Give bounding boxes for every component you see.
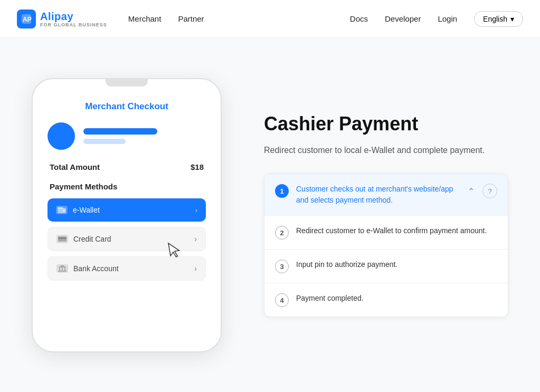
chevron-right-icon: › bbox=[194, 235, 197, 243]
right-content: Cashier Payment Redirect customer to loc… bbox=[264, 113, 508, 318]
nav-links-left: Merchant Partner bbox=[128, 14, 204, 23]
step-4: 4 Payment completed. bbox=[264, 283, 508, 317]
logo-icon: AP bbox=[17, 9, 36, 28]
step-text-4: Payment completed. bbox=[296, 293, 497, 304]
page-title: Cashier Payment bbox=[264, 113, 508, 135]
total-row: Total Amount $18 bbox=[48, 162, 206, 171]
total-label: Total Amount bbox=[50, 162, 100, 171]
bank-label: Bank Account bbox=[73, 264, 119, 273]
nav-login[interactable]: Login bbox=[438, 14, 457, 23]
svg-marker-7 bbox=[58, 265, 67, 267]
collapse-button[interactable]: ⌃ bbox=[463, 184, 478, 198]
language-label: English bbox=[483, 15, 507, 23]
bank-icon bbox=[56, 264, 68, 273]
svg-rect-9 bbox=[62, 267, 63, 271]
step-1-actions: ⌃ ? bbox=[463, 184, 497, 198]
svg-rect-11 bbox=[58, 271, 67, 272]
step-3: 3 Input pin to authorize payment. bbox=[264, 250, 508, 283]
total-amount: $18 bbox=[191, 162, 204, 171]
phone-notch bbox=[106, 79, 148, 87]
step-num-2: 2 bbox=[275, 226, 289, 240]
method-left: Credit Card bbox=[56, 235, 111, 243]
step-num-3: 3 bbox=[275, 260, 289, 273]
payment-method-ewallet[interactable]: e-Wallet › bbox=[48, 198, 206, 222]
step-text-2: Redirect customer to e-Wallet to confirm… bbox=[296, 225, 497, 236]
step-text-3: Input pin to authorize payment. bbox=[296, 259, 497, 270]
method-left: Bank Account bbox=[56, 264, 119, 273]
credit-label: Credit Card bbox=[73, 235, 111, 243]
svg-rect-8 bbox=[59, 267, 60, 271]
step-num-4: 4 bbox=[275, 293, 289, 307]
step-1: 1 Customer checks out at merchant's webs… bbox=[264, 174, 508, 216]
logo-sub-text: FOR GLOBAL BUSINESS bbox=[40, 23, 107, 27]
svg-rect-10 bbox=[64, 267, 65, 271]
navbar: AP Alipay FOR GLOBAL BUSINESS Merchant P… bbox=[0, 0, 540, 38]
nav-links-right: Docs Developer Login English ▾ bbox=[350, 11, 523, 27]
profile-line-1 bbox=[83, 128, 157, 135]
nav-merchant[interactable]: Merchant bbox=[128, 14, 162, 23]
nav-developer[interactable]: Developer bbox=[385, 14, 421, 23]
nav-docs[interactable]: Docs bbox=[350, 14, 368, 23]
chevron-right-icon: › bbox=[195, 206, 197, 214]
main-content: Merchant Checkout Total Amount $18 Payme… bbox=[0, 38, 540, 392]
chevron-right-icon: › bbox=[194, 264, 197, 273]
steps-card: 1 Customer checks out at merchant's webs… bbox=[264, 174, 508, 317]
profile-line-2 bbox=[83, 139, 126, 144]
page-description: Redirect customer to local e-Wallet and … bbox=[264, 144, 508, 157]
logo-text: Alipay FOR GLOBAL BUSINESS bbox=[40, 11, 107, 27]
step-2: 2 Redirect customer to e-Wallet to confi… bbox=[264, 216, 508, 250]
svg-point-4 bbox=[63, 209, 65, 212]
help-button[interactable]: ? bbox=[482, 184, 497, 198]
language-selector[interactable]: English ▾ bbox=[474, 11, 523, 27]
svg-rect-3 bbox=[58, 207, 63, 209]
phone-profile bbox=[48, 122, 206, 150]
logo-main-text: Alipay bbox=[40, 11, 107, 23]
credit-card-icon bbox=[56, 235, 68, 243]
phone-checkout-title: Merchant Checkout bbox=[85, 101, 168, 112]
payment-methods-label: Payment Methods bbox=[48, 182, 206, 191]
step-text-1: Customer checks out at merchant's websit… bbox=[296, 184, 456, 206]
chevron-down-icon: ▾ bbox=[510, 15, 514, 23]
avatar bbox=[48, 122, 75, 150]
phone-mockup: Merchant Checkout Total Amount $18 Payme… bbox=[32, 78, 222, 352]
logo: AP Alipay FOR GLOBAL BUSINESS bbox=[17, 9, 107, 28]
svg-text:AP: AP bbox=[23, 16, 32, 23]
ewallet-label: e-Wallet bbox=[73, 206, 100, 214]
method-left: e-Wallet bbox=[56, 206, 100, 214]
step-num-1: 1 bbox=[275, 184, 289, 198]
profile-lines bbox=[83, 128, 157, 144]
wallet-icon bbox=[56, 206, 68, 214]
nav-partner[interactable]: Partner bbox=[178, 14, 204, 23]
svg-rect-6 bbox=[58, 237, 67, 239]
